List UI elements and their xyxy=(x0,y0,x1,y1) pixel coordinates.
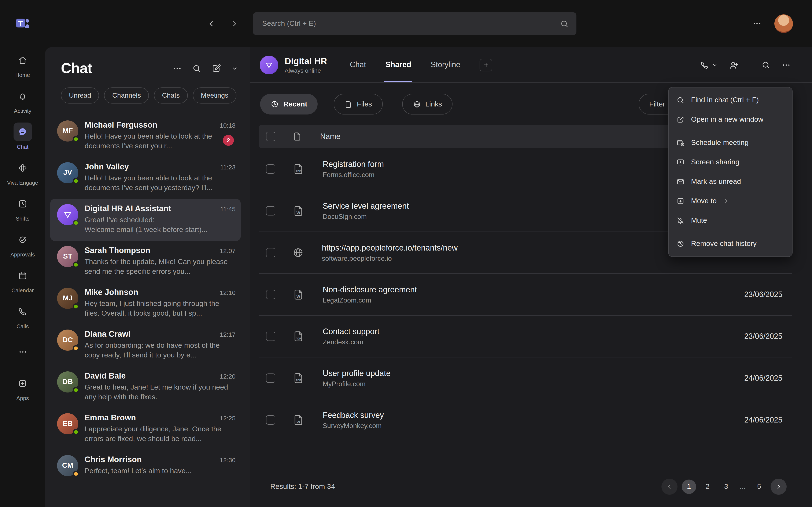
file-date: 24/06/2025 xyxy=(712,415,792,425)
sidebar-item-chat[interactable]: Chat xyxy=(0,118,45,154)
chevron-down-icon xyxy=(712,62,718,68)
sidebar-item-calendar[interactable]: Calendar xyxy=(0,262,45,298)
conversation-item[interactable]: CM Chris Morrison12:30 Perfect, team! Le… xyxy=(50,450,241,492)
menu-item-label: Mark as unread xyxy=(691,177,741,186)
menu-item-schedule-meeting[interactable]: Schedule meeting xyxy=(669,133,756,153)
pagination-prev-button[interactable] xyxy=(661,479,677,495)
menu-item-move-to[interactable]: Move to xyxy=(669,191,737,211)
pagination-page-1[interactable]: 1 xyxy=(682,480,696,494)
menu-item-mute[interactable]: Mute xyxy=(669,211,715,230)
conversation-list: MF Michael Fergusson10:18 Hello! Have yo… xyxy=(45,104,250,507)
row-checkbox[interactable] xyxy=(266,164,275,174)
sidebar-item-viva-engage[interactable]: Viva Engage xyxy=(0,154,45,190)
sidebar-item-activity[interactable]: Activity xyxy=(0,82,45,118)
menu-item-remove-chat-history[interactable]: Remove chat history xyxy=(669,234,764,253)
table-row[interactable]: PDF Contact supportZendesk.com 23/06/202… xyxy=(259,316,792,357)
pdf-file-icon: PDF xyxy=(292,330,305,343)
find-in-chat-button[interactable] xyxy=(761,60,770,69)
conversation-name: Mike Johnson xyxy=(85,288,215,297)
search-icon xyxy=(761,60,770,69)
files-filter-button[interactable]: Files xyxy=(334,94,383,114)
row-checkbox[interactable] xyxy=(266,248,275,257)
conversation-item[interactable]: JV John Valley11:23 Hello! Have you been… xyxy=(50,157,241,199)
conversation-item[interactable]: EB Emma Brown12:25 I appreciate your dil… xyxy=(50,408,241,450)
tab-chat[interactable]: Chat xyxy=(350,47,366,82)
tab-storyline[interactable]: Storyline xyxy=(431,47,460,82)
filter-chip-unread[interactable]: Unread xyxy=(61,88,99,104)
filter-chip-chats[interactable]: Chats xyxy=(154,88,188,104)
add-people-button[interactable] xyxy=(729,60,739,70)
chat-bubble-icon xyxy=(17,127,28,137)
conversation-item-selected[interactable]: Digital HR AI Assistant11:45 Great! I’ve… xyxy=(50,199,241,241)
presence-away-dot xyxy=(73,345,79,351)
nav-forward-button[interactable] xyxy=(227,16,242,31)
menu-divider xyxy=(669,131,792,131)
teams-logo[interactable] xyxy=(14,0,31,47)
menu-item-label: Open in a new window xyxy=(691,115,763,124)
add-tab-button[interactable] xyxy=(480,59,493,71)
global-search-input[interactable] xyxy=(262,19,560,28)
calendar-icon xyxy=(18,271,28,280)
row-checkbox[interactable] xyxy=(266,374,275,383)
tab-shared[interactable]: Shared xyxy=(386,47,411,82)
pagination-page-2[interactable]: 2 xyxy=(700,480,715,494)
word-file-icon: W xyxy=(292,205,305,217)
conversation-preview: Hello! Have you been able to look at the… xyxy=(85,173,236,193)
menu-item-open-new-window[interactable]: Open in a new window xyxy=(669,110,771,129)
chat-search-button[interactable] xyxy=(192,64,201,73)
chat-more-button[interactable] xyxy=(172,64,182,73)
user-avatar[interactable] xyxy=(774,14,793,33)
svg-text:W: W xyxy=(297,420,300,424)
plus-icon xyxy=(483,62,489,68)
conversation-time: 12:20 xyxy=(220,373,236,380)
conversation-name: David Bale xyxy=(85,372,215,381)
conversation-more-button[interactable] xyxy=(781,60,791,69)
sidebar-item-home[interactable]: Home xyxy=(0,47,45,82)
pagination-page-5[interactable]: 5 xyxy=(752,480,766,494)
new-chat-dropdown-button[interactable] xyxy=(231,65,238,72)
sidebar-item-apps[interactable]: Apps xyxy=(0,370,45,406)
row-checkbox[interactable] xyxy=(266,332,275,341)
sidebar-more-button[interactable] xyxy=(0,334,45,370)
row-checkbox[interactable] xyxy=(266,415,275,425)
topbar-more-button[interactable] xyxy=(752,19,762,28)
conversation-context-menu: Find in chat (Ctrl + F) Open in a new wi… xyxy=(668,87,793,257)
conversation-time: 12:25 xyxy=(220,414,236,421)
file-source: SurveyMonkey.com xyxy=(323,422,712,430)
conversation-time: 10:18 xyxy=(220,122,236,129)
digital-hr-avatar[interactable] xyxy=(260,56,278,74)
nav-back-button[interactable] xyxy=(204,16,219,31)
filter-chip-meetings[interactable]: Meetings xyxy=(193,88,237,104)
top-bar xyxy=(45,0,812,47)
conversation-item[interactable]: MF Michael Fergusson10:18 Hello! Have yo… xyxy=(50,115,241,157)
menu-item-screen-sharing[interactable]: Screen sharing xyxy=(669,153,747,172)
file-source: Zendesk.com xyxy=(323,338,712,346)
conversation-item[interactable]: MJ Mike Johnson12:10 Hey team, I just fi… xyxy=(50,283,241,325)
chip-label: Channels xyxy=(112,92,141,99)
sidebar-item-shifts[interactable]: Shifts xyxy=(0,190,45,226)
table-row[interactable]: W Feedback surveySurveyMonkey.com 24/06/… xyxy=(259,399,792,441)
menu-item-mark-as-unread[interactable]: Mark as unread xyxy=(669,172,749,191)
conversation-item[interactable]: DB David Bale12:20 Great to hear, Jane! … xyxy=(50,366,241,408)
table-row[interactable]: PDF User profile updateMyProfile.com 24/… xyxy=(259,357,792,399)
row-checkbox[interactable] xyxy=(266,206,275,216)
filter-chip-channels[interactable]: Channels xyxy=(104,88,149,104)
pagination-page-3[interactable]: 3 xyxy=(719,480,733,494)
conversation-item[interactable]: ST Sarah Thompson12:07 Thanks for the up… xyxy=(50,241,241,283)
table-row[interactable]: W Non-disclosure agreementLegalZoom.com … xyxy=(259,274,792,316)
digital-hr-logo-icon xyxy=(264,60,273,69)
pagination-next-button[interactable] xyxy=(770,479,786,495)
conversation-item[interactable]: DC Diana Crawl12:17 As for onboarding: w… xyxy=(50,325,241,366)
menu-item-label: Remove chat history xyxy=(691,239,757,248)
menu-item-find-in-chat[interactable]: Find in chat (Ctrl + F) xyxy=(669,91,766,110)
row-checkbox[interactable] xyxy=(266,290,275,299)
links-filter-button[interactable]: Links xyxy=(402,94,453,114)
avatar-initials: CM xyxy=(62,461,73,470)
call-button[interactable] xyxy=(700,60,718,69)
recent-filter-button[interactable]: Recent xyxy=(260,94,317,114)
select-all-checkbox[interactable] xyxy=(266,132,275,141)
approvals-check-icon xyxy=(18,235,28,244)
sidebar-item-calls[interactable]: Calls xyxy=(0,298,45,334)
new-chat-button[interactable] xyxy=(211,63,221,73)
sidebar-item-approvals[interactable]: Approvals xyxy=(0,226,45,262)
